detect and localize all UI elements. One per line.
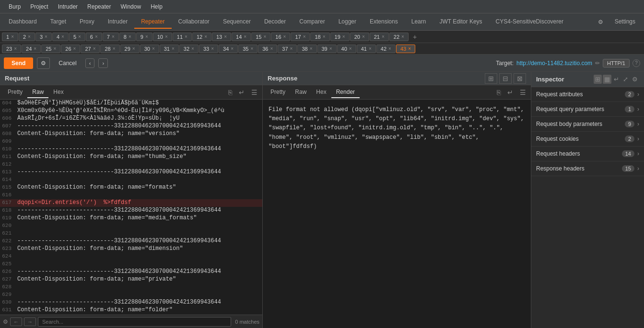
request-menu-button[interactable]: ☰ — [249, 88, 259, 97]
tab-6[interactable]: 6 × — [86, 33, 102, 41]
tab-7[interactable]: 7 × — [103, 33, 119, 41]
tab-2[interactable]: 2 × — [19, 33, 35, 41]
inspector-view-cols[interactable]: ▦ — [603, 75, 611, 84]
tab-15[interactable]: 15 × — [251, 33, 270, 41]
help-icon[interactable]: ? — [632, 59, 640, 67]
tab-32[interactable]: 32 × — [179, 45, 199, 53]
tab-24[interactable]: 24 × — [22, 45, 41, 53]
tab-38[interactable]: 38 × — [297, 45, 316, 53]
search-prev-button[interactable]: ← — [10, 317, 22, 326]
tab-4[interactable]: 4 × — [52, 33, 69, 41]
tab-27[interactable]: 27 × — [81, 45, 100, 53]
tab-19[interactable]: 19 × — [330, 33, 350, 41]
menu-help[interactable]: Help — [146, 1, 167, 12]
tab-learn[interactable]: Learn — [405, 15, 433, 29]
request-copy-button[interactable]: ⎘ — [226, 88, 234, 97]
add-tab-button[interactable]: + — [409, 32, 421, 42]
response-tab-render[interactable]: Render — [331, 87, 360, 98]
inspector-wrap-button[interactable]: ↵ — [612, 75, 621, 84]
request-tab-pretty[interactable]: Pretty — [3, 87, 27, 98]
response-wrap-button[interactable]: ↵ — [505, 88, 515, 97]
response-view-list[interactable]: ⊞ — [485, 73, 497, 84]
menu-intruder[interactable]: Intruder — [53, 1, 82, 12]
tab-26[interactable]: 26 × — [61, 45, 80, 53]
search-settings-icon[interactable]: ⚙ — [3, 318, 8, 325]
response-view-split[interactable]: ⊟ — [499, 73, 512, 84]
tab-proxy[interactable]: Proxy — [73, 15, 101, 29]
tab-repeater[interactable]: Repeater — [134, 15, 171, 29]
tab-36[interactable]: 36 × — [258, 45, 277, 53]
settings-icon[interactable]: ⚙ — [593, 16, 608, 28]
tab-12[interactable]: 12 × — [192, 33, 211, 41]
tab-5[interactable]: 5 × — [69, 33, 85, 41]
inspector-item[interactable]: Request cookies 2 › — [531, 132, 644, 147]
tab-jwt-editor[interactable]: JWT Editor Keys — [433, 15, 489, 29]
tab-dashboard[interactable]: Dashboard — [2, 15, 44, 29]
back-button[interactable]: ‹ — [85, 58, 95, 68]
request-wrap-button[interactable]: ↵ — [237, 88, 246, 97]
cancel-button[interactable]: Cancel — [54, 57, 81, 69]
tab-42[interactable]: 42 × — [376, 45, 396, 53]
send-options-button[interactable]: ⚙ — [37, 57, 50, 69]
tab-target[interactable]: Target — [44, 15, 73, 29]
search-next-button[interactable]: → — [24, 317, 36, 326]
tab-logger[interactable]: Logger — [332, 15, 363, 29]
tab-29[interactable]: 29 × — [120, 45, 140, 53]
tab-1[interactable]: 1 × — [2, 33, 18, 41]
menu-window[interactable]: Window — [116, 1, 146, 12]
tab-11[interactable]: 11 × — [173, 33, 192, 41]
tab-comparer[interactable]: Comparer — [293, 15, 331, 29]
tab-25[interactable]: 25 × — [41, 45, 60, 53]
menu-repeater[interactable]: Repeater — [82, 1, 116, 12]
response-copy-button[interactable]: ⎘ — [495, 88, 503, 97]
tab-8[interactable]: 8 × — [119, 33, 136, 41]
response-tab-raw[interactable]: Raw — [290, 87, 311, 98]
tab-22[interactable]: 22 × — [389, 33, 409, 41]
tab-13[interactable]: 13 × — [212, 33, 231, 41]
inspector-gear-icon[interactable]: ⚙ — [631, 75, 639, 84]
response-view-collapse[interactable]: ⊠ — [514, 73, 526, 84]
tab-39[interactable]: 39 × — [317, 45, 337, 53]
tab-16[interactable]: 16 × — [271, 33, 290, 41]
menu-burp[interactable]: Burp — [4, 1, 25, 12]
inspector-item[interactable]: Response headers 15 › — [531, 161, 644, 176]
tab-43[interactable]: 43 × — [396, 45, 415, 53]
inspector-item[interactable]: Request body parameters 9 › — [531, 117, 644, 132]
inspector-item[interactable]: Request attributes 2 › — [531, 87, 644, 102]
tab-settings[interactable]: Settings — [608, 15, 642, 29]
tab-collaborator[interactable]: Collaborator — [172, 15, 216, 29]
inspector-expand-button[interactable]: ⤢ — [621, 75, 630, 84]
tab-17[interactable]: 17 × — [291, 33, 310, 41]
forward-button[interactable]: › — [98, 58, 108, 68]
tab-37[interactable]: 37 × — [278, 45, 297, 53]
tab-sequencer[interactable]: Sequencer — [216, 15, 258, 29]
tab-31[interactable]: 31 × — [160, 45, 179, 53]
tab-decoder[interactable]: Decoder — [258, 15, 293, 29]
tab-9[interactable]: 9 × — [136, 33, 152, 41]
menu-project[interactable]: Project — [25, 1, 53, 12]
tab-21[interactable]: 21 × — [370, 33, 389, 41]
target-url[interactable]: http://demo-11482.tuzitio.com — [516, 60, 592, 67]
tab-extensions[interactable]: Extensions — [363, 15, 405, 29]
tab-35[interactable]: 35 × — [238, 45, 258, 53]
edit-target-icon[interactable]: ✏ — [595, 60, 600, 67]
http-version-badge[interactable]: HTTP/1 — [603, 59, 630, 68]
tab-18[interactable]: 18 × — [310, 33, 329, 41]
response-tab-pretty[interactable]: Pretty — [266, 87, 290, 98]
tab-40[interactable]: 40 × — [337, 45, 356, 53]
search-input[interactable] — [38, 317, 231, 327]
tab-20[interactable]: 20 × — [350, 33, 369, 41]
tab-30[interactable]: 30 × — [140, 45, 159, 53]
inspector-item[interactable]: Request query parameters 1 › — [531, 102, 644, 117]
tab-41[interactable]: 41 × — [357, 45, 376, 53]
tab-14[interactable]: 14 × — [232, 33, 251, 41]
tab-intruder[interactable]: Intruder — [101, 15, 134, 29]
inspector-item[interactable]: Request headers 14 › — [531, 147, 644, 161]
tab-28[interactable]: 28 × — [100, 45, 119, 53]
tab-10[interactable]: 10 × — [153, 33, 172, 41]
tab-23[interactable]: 23 × — [2, 45, 21, 53]
tab-34[interactable]: 34 × — [219, 45, 238, 53]
request-code-editor[interactable]: 604$aOHèÈFqÑ°Î}hHMGsèÙ)$åÈi/ÎÈþüiÄ$þ6ã¨Ú… — [0, 100, 262, 315]
send-button[interactable]: Send — [4, 57, 33, 69]
response-menu-button[interactable]: ☰ — [518, 88, 528, 97]
